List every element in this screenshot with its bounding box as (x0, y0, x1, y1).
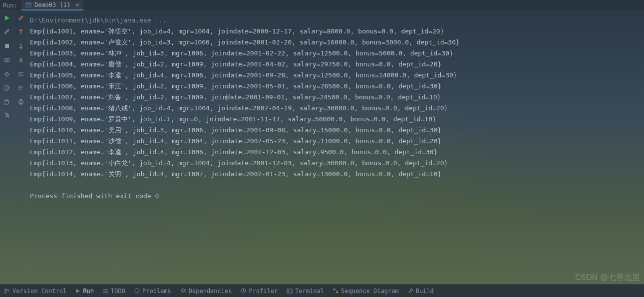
down-arrow-icon[interactable] (16, 41, 26, 51)
sequence-diagram-label: Sequence Diagram (341, 288, 399, 295)
output-line: Emp{id=1001, ename='孙悟空', job_id=4, mgr=… (30, 26, 642, 37)
top-bar: Run: Demo03 (1) × (0, 0, 644, 11)
wrench-icon[interactable] (2, 27, 12, 37)
play-icon (75, 289, 80, 294)
problems-tab[interactable]: Problems (134, 288, 171, 295)
svg-line-8 (9, 73, 9, 74)
todo-tab[interactable]: TODO (103, 288, 125, 295)
run-tab[interactable]: Run (75, 288, 94, 295)
svg-rect-10 (5, 100, 8, 104)
output-line: Emp{id=1007, ename='刘备', job_id=2, mgr=1… (30, 92, 642, 103)
svg-point-29 (103, 291, 104, 292)
output-line: Emp{id=1012, ename='李逵', job_id=4, mgr=1… (30, 147, 642, 158)
up-arrow-icon[interactable] (16, 27, 26, 37)
output-line: Emp{id=1006, ename='宋江', job_id=2, mgr=1… (30, 81, 642, 92)
run-gutter-left (0, 11, 14, 284)
bug-icon[interactable] (2, 69, 12, 79)
svg-rect-2 (5, 44, 9, 48)
rerun-button[interactable] (2, 13, 12, 23)
run-panel-label: Run: (3, 2, 17, 9)
wrap-text-icon[interactable] (16, 69, 26, 79)
build-tab[interactable]: Build (408, 288, 434, 295)
dependencies-tab[interactable]: Dependencies (180, 288, 232, 295)
terminal-label: Terminal (295, 288, 324, 295)
list-icon (103, 289, 108, 294)
terminal-icon (287, 289, 293, 294)
sequence-diagram-tab[interactable]: Sequence Diagram (333, 288, 399, 295)
run-config-name: Demo03 (1) (34, 1, 70, 8)
output-line: Emp{id=1009, ename='罗贯中', job_id=1, mgr=… (30, 114, 642, 125)
run-config-icon (25, 2, 31, 8)
svg-rect-35 (287, 289, 292, 293)
dependencies-label: Dependencies (189, 288, 232, 295)
stop-button[interactable] (2, 41, 12, 51)
svg-point-4 (6, 59, 8, 61)
version-control-tab[interactable]: Version Control (4, 288, 66, 295)
output-line: Emp{id=1010, ename='吴用', job_id=3, mgr=1… (30, 125, 642, 136)
exit-message: Process finished with exit code 0 (30, 191, 642, 202)
exit-icon[interactable] (2, 83, 12, 93)
svg-line-38 (335, 290, 337, 292)
version-control-label: Version Control (12, 288, 66, 295)
command-line: D:\Environment\jdk\bin\java.exe ... (30, 15, 642, 26)
trash-icon[interactable] (2, 97, 12, 107)
print-icon[interactable] (16, 97, 26, 107)
build-label: Build (416, 288, 434, 295)
layers-icon (180, 288, 186, 294)
output-line: Emp{id=1011, ename='沙僧', job_id=4, mgr=1… (30, 136, 642, 147)
output-line: Emp{id=1003, ename='林冲', job_id=3, mgr=1… (30, 48, 642, 59)
bottom-tool-bar: Version Control Run TODO Problems Depend… (0, 284, 644, 297)
pin-icon[interactable] (2, 111, 12, 121)
run-label: Run (83, 288, 94, 295)
profiler-tab[interactable]: Profiler (241, 288, 278, 295)
edit-pencil-icon[interactable] (16, 13, 26, 23)
output-line: Emp{id=1005, ename='李逵', job_id=4, mgr=1… (30, 70, 642, 81)
sequence-icon (333, 288, 338, 294)
output-line: Emp{id=1004, ename='唐僧', job_id=2, mgr=1… (30, 59, 642, 70)
profiler-icon (241, 288, 246, 294)
hammer-icon (408, 288, 413, 294)
svg-point-22 (5, 289, 6, 290)
svg-rect-36 (333, 289, 335, 290)
svg-rect-37 (336, 292, 338, 293)
run-config-tab[interactable]: Demo03 (1) × (21, 0, 83, 10)
console-output[interactable]: D:\Environment\jdk\bin\java.exe ...Emp{i… (28, 11, 644, 284)
blank-line (30, 180, 642, 191)
todo-label: TODO (111, 288, 125, 295)
svg-point-28 (103, 289, 104, 290)
output-line: Emp{id=1008, ename='猪八戒', job_id=4, mgr=… (30, 103, 642, 114)
warning-icon (134, 288, 140, 294)
svg-rect-0 (26, 3, 31, 7)
close-icon[interactable]: × (75, 1, 79, 8)
svg-point-30 (103, 292, 104, 293)
branch-icon (4, 288, 10, 294)
output-line: Emp{id=1002, ename='卢俊义', job_id=3, mgr=… (30, 37, 642, 48)
camera-icon[interactable] (2, 55, 12, 65)
svg-point-23 (5, 292, 6, 293)
download-icon[interactable] (16, 55, 26, 65)
profiler-label: Profiler (249, 288, 278, 295)
scroll-icon[interactable] (16, 83, 26, 93)
problems-label: Problems (142, 288, 171, 295)
terminal-tab[interactable]: Terminal (287, 288, 324, 295)
output-line: Emp{id=1013, ename='小白龙', job_id=4, mgr=… (30, 158, 642, 169)
run-gutter-right (14, 11, 28, 284)
svg-point-33 (137, 292, 137, 292)
watermark: CSDN @七寻北里 (575, 273, 640, 283)
svg-line-7 (4, 73, 5, 74)
output-line: Emp{id=1014, ename='关羽', job_id=4, mgr=1… (30, 169, 642, 180)
svg-rect-20 (20, 99, 22, 101)
